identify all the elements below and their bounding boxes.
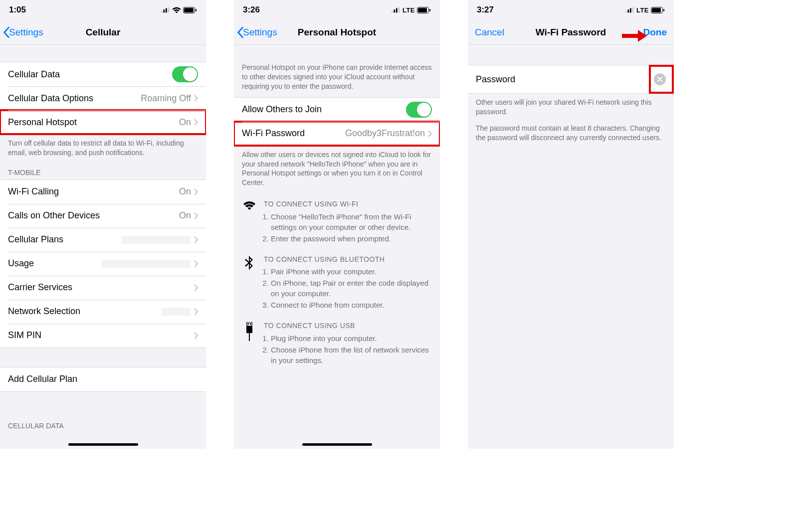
svg-rect-13 <box>429 9 430 11</box>
content: Password Other users will join your shar… <box>468 45 674 449</box>
svg-rect-6 <box>196 9 197 11</box>
usb-icon <box>242 321 257 366</box>
row-personal-hotspot[interactable]: Personal Hotspot On <box>0 110 206 134</box>
signal-icon <box>625 7 634 13</box>
chevron-right-icon <box>194 95 198 102</box>
chevron-right-icon <box>194 236 198 243</box>
screen-wifi-password: 3:27 LTE Cancel Wi-Fi Password Done Pass… <box>468 0 674 449</box>
row-allow-others[interactable]: Allow Others to Join <box>234 98 440 122</box>
row-sim-pin[interactable]: SIM PIN <box>0 324 206 348</box>
back-label: Settings <box>9 27 43 38</box>
status-bar: 3:27 LTE <box>468 0 674 20</box>
header-text: Personal Hotspot on your iPhone can prov… <box>234 45 440 97</box>
content: Personal Hotspot on your iPhone can prov… <box>234 45 440 449</box>
row-label: Cellular Data <box>8 69 172 80</box>
list-item: On iPhone, tap Pair or enter the code di… <box>271 278 432 299</box>
row-password[interactable]: Password <box>468 65 674 93</box>
network-label: LTE <box>636 6 649 14</box>
row-carrier-services[interactable]: Carrier Services <box>0 276 206 300</box>
blurred-value <box>121 236 191 244</box>
screen-cellular: 1:05 Settings Cellular Cellular Data Cel… <box>0 0 206 449</box>
svg-rect-5 <box>184 8 194 12</box>
instructions-title: TO CONNECT USING WI-FI <box>264 199 432 209</box>
row-label: Carrier Services <box>8 282 194 293</box>
screen-personal-hotspot: 3:26 LTE Settings Personal Hotspot Perso… <box>234 0 440 449</box>
row-usage[interactable]: Usage <box>0 252 206 276</box>
svg-rect-1 <box>164 9 165 12</box>
clear-button[interactable] <box>654 73 666 85</box>
row-value: Roaming Off <box>141 93 191 104</box>
list-item: Choose iPhone from the list of network s… <box>271 345 432 365</box>
instructions-title: TO CONNECT USING USB <box>264 321 432 331</box>
wifi-icon <box>172 7 181 13</box>
row-label: Personal Hotspot <box>8 117 179 128</box>
home-indicator <box>302 443 372 446</box>
svg-rect-21 <box>630 8 631 12</box>
status-time: 1:05 <box>9 5 26 15</box>
list-item: Pair iPhone with your computer. <box>271 266 432 277</box>
chevron-right-icon <box>194 260 198 267</box>
svg-rect-14 <box>247 322 252 326</box>
row-network-selection[interactable]: Network Selection <box>0 300 206 324</box>
row-calls-other-devices[interactable]: Calls on Other Devices On <box>0 204 206 228</box>
instructions-usb: TO CONNECT USING USB Plug iPhone into yo… <box>234 316 440 371</box>
toggle-cellular-data[interactable] <box>172 66 198 82</box>
back-button[interactable]: Settings <box>3 20 43 44</box>
chevron-right-icon <box>194 188 198 195</box>
status-bar: 1:05 <box>0 0 206 20</box>
nav-title: Wi-Fi Password <box>536 27 606 38</box>
annotation-arrow <box>620 28 648 44</box>
instructions-body: TO CONNECT USING WI-FI Choose "HelloTech… <box>264 199 432 245</box>
list-item: Plug iPhone into your computer. <box>271 333 432 344</box>
row-wifi-calling[interactable]: Wi-Fi Calling On <box>0 180 206 204</box>
row-label: SIM PIN <box>8 330 194 341</box>
blurred-value <box>101 260 191 268</box>
cancel-button[interactable]: Cancel <box>475 20 504 44</box>
row-add-cellular-plan[interactable]: Add Cellular Plan <box>0 367 206 391</box>
row-label: Network Selection <box>8 306 161 317</box>
svg-rect-25 <box>663 9 664 11</box>
back-label: Settings <box>243 27 277 38</box>
row-cellular-plans[interactable]: Cellular Plans <box>0 228 206 252</box>
svg-rect-3 <box>168 7 170 13</box>
svg-rect-17 <box>246 326 252 333</box>
list-item: Enter the password when prompted. <box>271 233 432 244</box>
signal-icon <box>392 7 400 13</box>
toggle-allow-others[interactable] <box>406 102 432 118</box>
group-add-plan: Add Cellular Plan <box>0 367 206 392</box>
instructions-wifi: TO CONNECT USING WI-FI Choose "HelloTech… <box>234 194 440 250</box>
chevron-right-icon <box>194 308 198 315</box>
svg-rect-16 <box>250 323 251 325</box>
row-wifi-password[interactable]: Wi-Fi Password Goodby3Frustrat!on <box>234 122 440 146</box>
section-header-carrier: T-MOBILE <box>0 165 206 179</box>
footer-text: Turn off cellular data to restrict all d… <box>0 135 206 165</box>
svg-rect-20 <box>627 9 629 12</box>
svg-rect-0 <box>161 11 163 13</box>
chevron-right-icon <box>194 212 198 219</box>
row-label: Wi-Fi Password <box>242 128 345 139</box>
svg-rect-2 <box>166 8 167 12</box>
row-cellular-data[interactable]: Cellular Data <box>0 62 206 86</box>
instructions-bluetooth: TO CONNECT USING BLUETOOTH Pair iPhone w… <box>234 250 440 317</box>
row-label: Add Cellular Plan <box>8 374 198 384</box>
chevron-right-icon <box>194 284 198 291</box>
footer-text: Allow other users or devices not signed … <box>234 146 440 195</box>
instructions-title: TO CONNECT USING BLUETOOTH <box>264 255 432 265</box>
row-cellular-data-options[interactable]: Cellular Data Options Roaming Off <box>0 86 206 110</box>
row-value: On <box>179 117 191 128</box>
row-label: Cellular Plans <box>8 234 121 245</box>
wifi-icon <box>242 199 257 245</box>
status-indicators <box>161 7 197 13</box>
nav-title: Cellular <box>86 27 121 38</box>
svg-rect-22 <box>632 7 633 13</box>
svg-rect-15 <box>248 323 249 325</box>
battery-icon <box>417 7 431 13</box>
group-password: Password <box>468 65 674 94</box>
row-value: Goodby3Frustrat!on <box>345 128 425 139</box>
footer-text-b: The password must contain at least 8 cha… <box>468 124 674 150</box>
footer-text-a: Other users will join your shared Wi-Fi … <box>468 94 674 124</box>
back-button[interactable]: Settings <box>237 20 277 44</box>
battery-icon <box>651 7 665 13</box>
row-label: Usage <box>8 258 101 269</box>
close-icon <box>657 77 662 82</box>
